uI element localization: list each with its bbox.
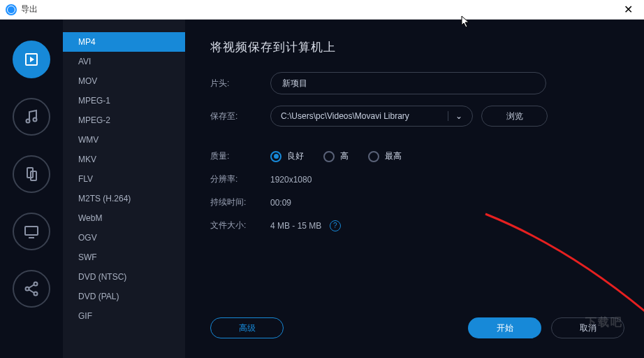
resolution-label: 分辨率: [210,173,270,185]
quality-high[interactable]: 高 [323,150,349,162]
quality-radio-group: 良好 高 最高 [270,150,402,162]
saveto-label: 保存至: [210,110,270,122]
titlebar: 导出 ✕ [0,0,644,20]
rail-tv-icon[interactable] [13,213,50,250]
radio-icon [368,151,379,162]
rail-audio-icon[interactable] [13,98,50,136]
svg-marker-1 [30,57,34,62]
rail-mobile-icon[interactable] [13,155,50,193]
format-item-wmv[interactable]: WMV [63,130,185,150]
svg-point-2 [27,120,30,123]
resolution-row: 分辨率: 1920x1080 [210,173,624,185]
svg-rect-6 [25,227,38,235]
svg-line-11 [29,285,34,288]
format-item-mpeg2[interactable]: MPEG-2 [63,110,185,130]
format-item-dvd-ntsc[interactable]: DVD (NTSC) [63,267,185,287]
saveto-path: C:\Users\pc\Videos\Movavi Library [281,111,442,121]
filesize-value: 4 MB - 15 MB ? [270,220,341,231]
duration-label: 持续时间: [210,196,270,208]
svg-point-3 [34,118,37,122]
format-item-mpeg1[interactable]: MPEG-1 [63,91,185,110]
format-item-mov[interactable]: MOV [63,71,185,91]
rail-share-icon[interactable] [13,270,50,308]
format-item-mp4[interactable]: MP4 [63,32,185,52]
format-item-avi[interactable]: AVI [63,52,185,71]
format-item-ogv[interactable]: OGV [63,228,185,248]
main-area: MP4 AVI MOV MPEG-1 MPEG-2 WMV MKV FLV M2… [0,20,644,358]
radio-icon [270,151,281,162]
page-title: 将视频保存到计算机上 [210,39,624,55]
format-item-swf[interactable]: SWF [63,248,185,267]
category-rail [0,20,63,358]
name-label: 片头: [210,78,270,90]
rail-video-icon[interactable] [13,41,50,78]
start-button[interactable]: 开始 [468,317,541,338]
format-list: MP4 AVI MOV MPEG-1 MPEG-2 WMV MKV FLV M2… [63,20,185,358]
cancel-button[interactable]: 取消 [551,317,624,338]
chevron-down-icon: ⌄ [448,111,462,121]
format-item-m2ts[interactable]: M2TS (H.264) [63,189,185,208]
saveto-select[interactable]: C:\Users\pc\Videos\Movavi Library ⌄ [270,106,473,127]
radio-icon [323,151,335,162]
quality-good[interactable]: 良好 [270,150,304,162]
quality-label: 质量: [210,150,270,162]
svg-line-12 [29,289,34,293]
duration-value: 00:09 [270,198,291,208]
quality-row: 质量: 良好 高 最高 [210,150,624,162]
filesize-row: 文件大小: 4 MB - 15 MB ? [210,220,624,231]
content-pane: 将视频保存到计算机上 片头: 保存至: C:\Users\pc\Videos\M… [185,20,644,358]
format-item-flv[interactable]: FLV [63,169,185,189]
format-item-gif[interactable]: GIF [63,306,185,326]
help-icon[interactable]: ? [330,220,341,231]
window-title: 导出 [21,3,618,15]
advanced-button[interactable]: 高级 [210,317,284,338]
name-input[interactable] [270,72,546,94]
duration-row: 持续时间: 00:09 [210,196,624,208]
footer-buttons: 高级 开始 取消 [210,317,624,338]
filesize-label: 文件大小: [210,220,270,231]
format-item-mkv[interactable]: MKV [63,150,185,169]
browse-button[interactable]: 浏览 [481,106,548,127]
resolution-value: 1920x1080 [270,175,312,185]
name-row: 片头: [210,72,624,94]
close-icon[interactable]: ✕ [618,3,638,16]
format-item-webm[interactable]: WebM [63,208,185,228]
app-icon [6,4,17,15]
saveto-row: 保存至: C:\Users\pc\Videos\Movavi Library ⌄… [210,106,624,127]
quality-highest[interactable]: 最高 [368,150,402,162]
format-item-dvd-pal[interactable]: DVD (PAL) [63,287,185,306]
